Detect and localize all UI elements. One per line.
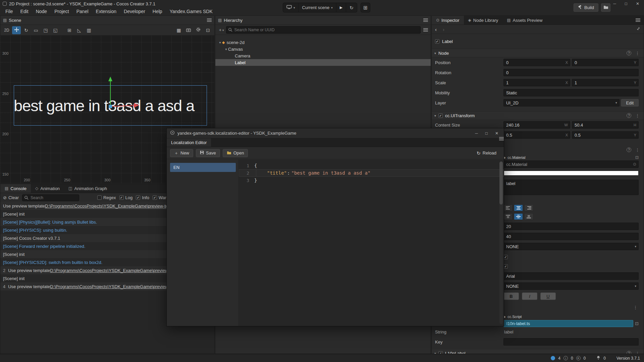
- scene-select-dropdown[interactable]: Current scene ▾: [299, 3, 336, 12]
- collapse-arrow-icon[interactable]: ▾: [224, 47, 228, 51]
- close-button[interactable]: ✕: [636, 1, 639, 6]
- inspector-menu-icon[interactable]: [636, 20, 640, 20]
- tree-node-scene-2d[interactable]: ▾ ◆ scene-2d: [215, 39, 431, 46]
- position-x-input[interactable]: 0X: [503, 59, 570, 66]
- grid-visibility-button[interactable]: ▦: [174, 26, 183, 34]
- uitransform-section-header[interactable]: ▾ ✓ cc.UITransform ? ⋮: [432, 111, 644, 120]
- hierarchy-filter-icon[interactable]: [423, 30, 428, 30]
- l10nlabel-enable-checkbox[interactable]: ✓: [438, 351, 443, 354]
- maximize-button[interactable]: □: [485, 131, 488, 136]
- rotation-input[interactable]: 0: [503, 69, 639, 76]
- help-icon[interactable]: ?: [627, 113, 631, 118]
- menu-project[interactable]: Project: [51, 8, 72, 15]
- valign-bottom-button[interactable]: [524, 213, 533, 220]
- refresh-button[interactable]: ↻: [346, 3, 357, 12]
- italic-button[interactable]: I: [522, 292, 537, 300]
- language-item-en[interactable]: EN: [170, 163, 236, 172]
- position-y-input[interactable]: 0Y: [572, 59, 639, 66]
- cache-mode-select[interactable]: NONE▾: [503, 282, 639, 290]
- scale-y-input[interactable]: 1Y: [572, 79, 639, 86]
- save-button[interactable]: Save: [196, 149, 220, 157]
- tab-inspector[interactable]: ⊙ Inspector: [432, 16, 464, 25]
- script-asset-field[interactable]: l10n-label.ts: [503, 320, 633, 327]
- bell-icon[interactable]: [596, 356, 600, 361]
- run-device-select[interactable]: ▾: [283, 3, 299, 12]
- message-count-icon[interactable]: [551, 356, 555, 360]
- log-checkbox[interactable]: ✓: [119, 195, 124, 200]
- align-right-button[interactable]: [524, 205, 533, 211]
- more-options-icon[interactable]: ⋮: [635, 351, 640, 354]
- menu-panel[interactable]: Panel: [73, 8, 92, 15]
- play-button[interactable]: ▶: [336, 3, 346, 12]
- menu-help[interactable]: Help: [149, 8, 166, 15]
- clear-console-button[interactable]: ⊘ Clear: [3, 195, 19, 200]
- l10nlabel-section-header[interactable]: ▾ ✓ L10nLabel ? ⋮: [432, 349, 644, 354]
- font-size-input[interactable]: 20: [503, 223, 639, 230]
- tree-node-canvas[interactable]: ▾ Canvas: [215, 46, 431, 52]
- rect-tool-button[interactable]: ▭: [32, 26, 40, 34]
- more-options-icon[interactable]: ⋮: [635, 113, 640, 118]
- layer-select[interactable]: UI_2D▾: [503, 99, 620, 106]
- bold-button[interactable]: B: [503, 292, 519, 300]
- close-button[interactable]: ✕: [495, 131, 498, 136]
- camera-preview-button[interactable]: [184, 26, 193, 34]
- help-icon[interactable]: ?: [627, 51, 631, 55]
- editor-scrollbar[interactable]: [499, 162, 503, 324]
- underline-button[interactable]: U: [540, 292, 556, 300]
- menu-edit[interactable]: Edit: [17, 8, 32, 15]
- rotate-tool-button[interactable]: ↻: [22, 26, 31, 34]
- maximize-button[interactable]: □: [625, 1, 627, 6]
- material-asset-field[interactable]: cc.Material ⊙: [503, 161, 639, 168]
- hierarchy-search-input[interactable]: [226, 26, 421, 34]
- log-filter[interactable]: ✓ Log: [119, 195, 133, 200]
- key-input[interactable]: [503, 338, 639, 346]
- tab-localization-editor[interactable]: Localization Editor: [167, 138, 211, 147]
- menu-yandex-games-sdk[interactable]: Yandex.Games SDK: [166, 8, 216, 15]
- regex-filter[interactable]: Regex: [97, 195, 116, 200]
- menu-file[interactable]: File: [2, 8, 16, 15]
- reload-button[interactable]: ↻ Reload: [473, 149, 500, 157]
- log-link[interactable]: D:\Programms\CocosProjects\YSDK_ExampleG…: [50, 284, 177, 289]
- scale-tool-button[interactable]: ◳: [41, 26, 50, 34]
- regex-checkbox[interactable]: [97, 195, 102, 200]
- tab-node-library[interactable]: ◈ Node Library: [464, 16, 503, 25]
- scene-menu-icon[interactable]: [207, 20, 212, 20]
- color-picker-bar[interactable]: [503, 171, 639, 176]
- info-checkbox[interactable]: ✓: [136, 195, 140, 200]
- build-folder-button[interactable]: [601, 3, 610, 12]
- overflow-select[interactable]: NONE▾: [503, 243, 639, 250]
- node-active-checkbox[interactable]: ✓: [435, 39, 439, 44]
- anchor-x-input[interactable]: 0.5X: [503, 131, 570, 139]
- build-button[interactable]: Build: [574, 3, 598, 12]
- tree-node-label[interactable]: Label: [215, 59, 431, 66]
- valign-center-button[interactable]: [514, 213, 523, 220]
- node-section-header[interactable]: ▾ Node ? ⋮: [432, 49, 644, 57]
- warning-checkbox[interactable]: ✓: [153, 195, 157, 200]
- tab-console[interactable]: ▤ Console: [0, 184, 31, 193]
- minimize-button[interactable]: ─: [475, 131, 478, 136]
- rotation-snap-button[interactable]: ◺: [75, 26, 84, 34]
- hierarchy-menu-icon[interactable]: [423, 20, 428, 20]
- loc-menu-icon[interactable]: [499, 138, 504, 139]
- menu-extension[interactable]: Extension: [93, 8, 120, 15]
- pin-icon[interactable]: [636, 27, 640, 32]
- log-link[interactable]: D:\Programms\CocosProjects\YSDK_ExampleG…: [45, 203, 179, 209]
- menu-node[interactable]: Node: [33, 8, 50, 15]
- material-picker-icon[interactable]: ⊙: [633, 162, 636, 167]
- view-2d-toggle[interactable]: 2D: [2, 26, 11, 34]
- code-editor[interactable]: 1{ 2"title":"best game in t3asd a asd a"…: [239, 160, 504, 326]
- scene-settings-button[interactable]: [194, 26, 203, 34]
- grid-snap-button[interactable]: ▥: [85, 26, 93, 34]
- uitransform-enable-checkbox[interactable]: ✓: [438, 114, 443, 118]
- content-width-input[interactable]: 240.16W: [503, 121, 570, 129]
- open-button[interactable]: Open: [223, 149, 248, 157]
- valign-top-button[interactable]: [503, 213, 513, 220]
- loc-window-titlebar[interactable]: yandex-games-sdk.localization-editor - Y…: [167, 128, 504, 138]
- more-options-icon[interactable]: ⋮: [635, 51, 640, 56]
- align-left-button[interactable]: [503, 205, 513, 211]
- content-height-input[interactable]: 50.4H: [572, 121, 639, 129]
- log-link[interactable]: D:\Programms\CocosProjects\YSDK_ExampleG…: [50, 268, 177, 273]
- new-button[interactable]: ＋ New: [170, 149, 193, 157]
- minimize-button[interactable]: ─: [613, 1, 616, 6]
- mobility-select[interactable]: Static: [503, 89, 639, 96]
